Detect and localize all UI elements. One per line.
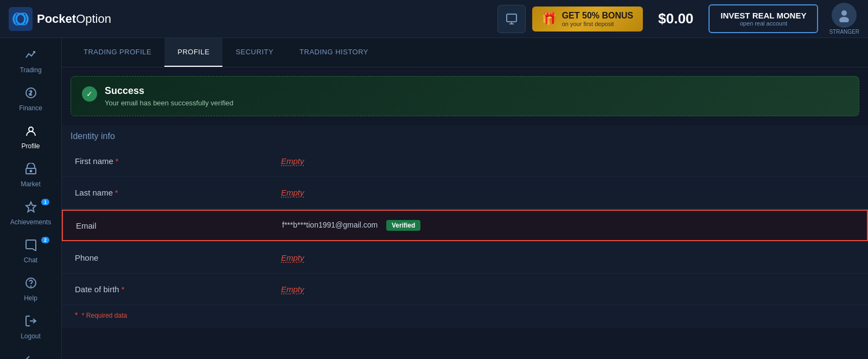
sidebar-item-help[interactable]: Help (0, 270, 61, 308)
content-area: TRADING PROFILE PROFILE SECURITY TRADING… (62, 38, 868, 359)
avatar-button[interactable]: STRANGER (829, 3, 859, 35)
profile-icon (25, 125, 37, 140)
field-value-phone[interactable]: Empty (281, 253, 855, 262)
identity-info-section: Identity info First name * Empty Last na… (62, 125, 868, 328)
trading-icon (25, 49, 37, 64)
sidebar-label-help: Help (24, 294, 37, 302)
field-row-phone: Phone Empty (62, 242, 868, 274)
sidebar-label-chat: Chat (24, 256, 37, 264)
required-star-dob: * (122, 285, 124, 294)
logout-icon (25, 315, 37, 330)
tab-trading-profile[interactable]: TRADING PROFILE (71, 38, 164, 67)
required-note: * * Required data (62, 305, 868, 328)
section-title: Identity info (62, 125, 868, 146)
required-star-firstname: * (116, 157, 118, 166)
main-layout: Trading Finance Profile (0, 38, 868, 359)
bonus-icon: 🎁 (542, 12, 557, 26)
field-label-phone: Phone (75, 253, 281, 262)
verified-badge: Verified (386, 220, 420, 231)
tab-security[interactable]: SECURITY (222, 38, 286, 67)
tabs-bar: TRADING PROFILE PROFILE SECURITY TRADING… (62, 38, 868, 67)
required-star-lastname: * (115, 188, 118, 197)
back-icon (25, 353, 37, 359)
sidebar-label-logout: Logout (21, 332, 41, 340)
bonus-text: GET 50% BONUS on your first deposit (562, 11, 634, 27)
success-text: Success Your email has been successfully… (105, 85, 233, 107)
svg-point-15 (30, 286, 31, 287)
sidebar-item-achievements[interactable]: 1 Achievements (0, 194, 61, 232)
success-banner: ✓ Success Your email has been successful… (71, 76, 859, 116)
success-message: Your email has been successfully verifie… (105, 99, 233, 107)
svg-point-8 (839, 17, 849, 22)
sidebar-item-chat[interactable]: 2 Chat (0, 232, 61, 270)
logo-text: PocketOption (37, 12, 111, 26)
sidebar-label-trading: Trading (20, 66, 41, 74)
svg-point-10 (29, 127, 33, 131)
field-value-first-name[interactable]: Empty (281, 156, 855, 166)
finance-icon (25, 87, 37, 102)
field-label-first-name: First name * (75, 156, 281, 166)
logo-icon (9, 7, 33, 31)
logo: PocketOption (9, 7, 111, 31)
svg-point-12 (30, 171, 31, 172)
field-row-last-name: Last name * Empty (62, 177, 868, 209)
sidebar-label-market: Market (21, 180, 41, 188)
field-value-dob[interactable]: Empty (281, 285, 855, 294)
svg-rect-4 (507, 14, 516, 22)
field-label-email: Email (76, 221, 282, 230)
field-label-last-name: Last name * (75, 188, 281, 197)
market-icon (25, 163, 37, 178)
sidebar-item-trading[interactable]: Trading (0, 42, 61, 80)
tab-profile[interactable]: PROFILE (164, 38, 222, 67)
sidebar: Trading Finance Profile (0, 38, 62, 359)
svg-point-7 (841, 10, 847, 16)
sidebar-item-profile[interactable]: Profile (0, 118, 61, 156)
achievements-icon (25, 201, 37, 216)
chat-badge: 2 (41, 237, 49, 243)
screen-button[interactable] (497, 5, 526, 33)
invest-button[interactable]: INVEST REAL MONEY open real account (709, 4, 818, 33)
field-row-dob: Date of birth * Empty (62, 274, 868, 305)
svg-marker-13 (26, 202, 36, 212)
achievements-badge: 1 (41, 199, 49, 205)
bonus-button[interactable]: 🎁 GET 50% BONUS on your first deposit (532, 7, 643, 32)
sidebar-item-logout[interactable]: Logout (0, 308, 61, 347)
sidebar-label-profile: Profile (21, 142, 40, 150)
tab-trading-history[interactable]: TRADING HISTORY (286, 38, 381, 67)
sidebar-item-market[interactable]: Market (0, 156, 61, 194)
sidebar-label-finance: Finance (19, 104, 42, 112)
avatar (832, 3, 857, 28)
field-row-email: Email f***b***tion1991@gmail.com Verifie… (62, 210, 868, 241)
balance-display: $0.00 (649, 10, 702, 27)
field-label-dob: Date of birth * (75, 285, 281, 294)
chat-icon (25, 239, 37, 254)
field-value-last-name[interactable]: Empty (281, 188, 855, 197)
field-value-email: f***b***tion1991@gmail.com Verified (282, 220, 854, 231)
success-icon: ✓ (82, 86, 97, 102)
required-star-note: * (75, 311, 78, 319)
sidebar-item-finance[interactable]: Finance (0, 80, 61, 118)
sidebar-item-back[interactable] (0, 347, 61, 359)
sidebar-label-achievements: Achievements (10, 218, 51, 226)
header: PocketOption 🎁 GET 50% BONUS on your fir… (0, 0, 868, 38)
field-row-first-name: First name * Empty (62, 146, 868, 177)
avatar-label: STRANGER (829, 29, 859, 35)
success-title: Success (105, 85, 233, 97)
help-icon (25, 277, 37, 292)
